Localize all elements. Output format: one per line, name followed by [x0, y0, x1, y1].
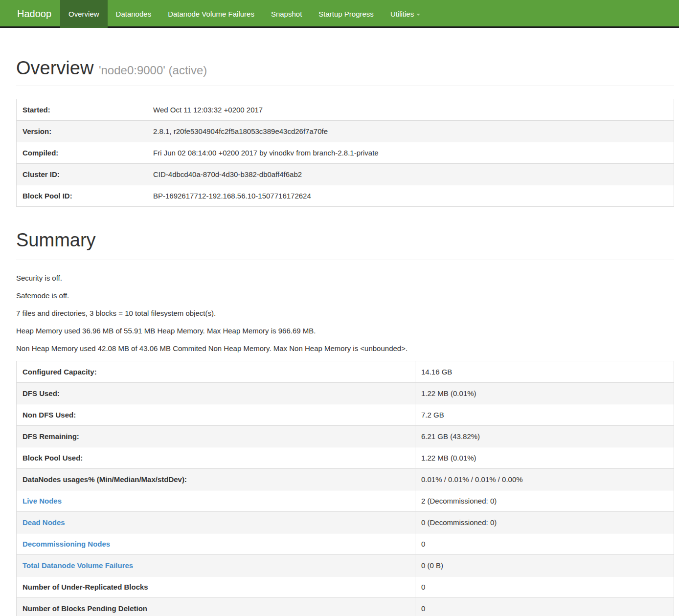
nav-item-label: Overview: [68, 10, 99, 18]
row-value: 6.21 GB (43.82%): [415, 425, 674, 447]
nav-item-label: Utilities: [390, 10, 414, 18]
summary-paragraph: Safemode is off.: [16, 290, 674, 301]
nav-item: Datanodes: [108, 0, 160, 26]
row-label[interactable]: Total Datanode Volume Failures: [17, 554, 415, 576]
nav-item-link[interactable]: Startup Progress: [310, 0, 382, 28]
row-value: 1.22 MB (0.01%): [415, 447, 674, 468]
overview-info-table: Started: Wed Oct 11 12:03:32 +0200 2017 …: [16, 99, 674, 207]
row-label: Block Pool Used:: [17, 447, 415, 468]
summary-status-text: Security is off. Safemode is off. 7 file…: [16, 273, 674, 353]
row-label: Compiled:: [17, 142, 147, 163]
row-value: Wed Oct 11 12:03:32 +0200 2017: [147, 99, 674, 120]
row-value: 0: [415, 597, 674, 616]
row-label: DataNodes usages% (Min/Median/Max/stdDev…: [17, 468, 415, 490]
row-value: 2.8.1, r20fe5304904fc2f5a18053c389e43cd2…: [147, 120, 674, 142]
row-value: 7.2 GB: [415, 404, 674, 425]
table-row: DataNodes usages% (Min/Median/Max/stdDev…: [17, 468, 674, 490]
summary-paragraph: Security is off.: [16, 273, 674, 283]
table-row: Number of Blocks Pending Deletion 0: [17, 597, 674, 616]
row-label: Version:: [17, 120, 147, 142]
top-navbar: Hadoop Overview Datanodes Datanode Volum…: [0, 0, 679, 28]
nav-item-label: Datanode Volume Failures: [168, 10, 254, 18]
row-label: Number of Under-Replicated Blocks: [17, 576, 415, 597]
nav-item-label: Startup Progress: [318, 10, 374, 18]
row-label: Configured Capacity:: [17, 361, 415, 382]
nav-item-link[interactable]: Snapshot: [263, 0, 310, 28]
row-value: 0 (Decommissioned: 0): [415, 511, 674, 533]
hadoop-brand-link[interactable]: Hadoop: [0, 0, 60, 26]
table-row: Live Nodes 2 (Decommissioned: 0): [17, 490, 674, 511]
table-row: Non DFS Used: 7.2 GB: [17, 404, 674, 425]
nav-item: Startup Progress: [310, 0, 382, 26]
navbar-menu: Overview Datanodes Datanode Volume Failu…: [60, 0, 429, 26]
nav-item: Snapshot: [263, 0, 310, 26]
row-label[interactable]: Decommissioning Nodes: [17, 533, 415, 554]
nav-item-link[interactable]: Datanode Volume Failures: [159, 0, 263, 28]
summary-paragraph: Heap Memory used 36.96 MB of 55.91 MB He…: [16, 326, 674, 336]
nav-item: Overview: [60, 0, 108, 26]
table-row: Number of Under-Replicated Blocks 0: [17, 576, 674, 597]
row-label: DFS Used:: [17, 382, 415, 404]
table-row: Started: Wed Oct 11 12:03:32 +0200 2017: [17, 99, 674, 120]
row-label: Started:: [17, 99, 147, 120]
summary-paragraph: 7 files and directories, 3 blocks = 10 t…: [16, 308, 674, 318]
row-value: 0 (0 B): [415, 554, 674, 576]
table-row: Block Pool ID: BP-1692617712-192.168.56.…: [17, 185, 674, 206]
summary-title: Summary: [16, 230, 674, 251]
nav-item-link[interactable]: Utilities: [382, 0, 429, 28]
summary-header: Summary: [16, 230, 674, 260]
chevron-down-icon: [416, 14, 420, 16]
row-label[interactable]: Live Nodes: [17, 490, 415, 511]
row-label[interactable]: Dead Nodes: [17, 511, 415, 533]
nav-item: Datanode Volume Failures: [159, 0, 263, 26]
row-value: CID-4dbcd40a-870d-4d30-b382-db0aff4f6ab2: [147, 163, 674, 185]
table-row: Version: 2.8.1, r20fe5304904fc2f5a18053c…: [17, 120, 674, 142]
row-value: 2 (Decommissioned: 0): [415, 490, 674, 511]
row-value: 0: [415, 576, 674, 597]
row-label: Number of Blocks Pending Deletion: [17, 597, 415, 616]
namenode-address-subtitle: 'node0:9000' (active): [99, 64, 207, 77]
table-row: Cluster ID: CID-4dbcd40a-870d-4d30-b382-…: [17, 163, 674, 185]
row-label: DFS Remaining:: [17, 425, 415, 447]
table-row: DFS Remaining: 6.21 GB (43.82%): [17, 425, 674, 447]
table-row: DFS Used: 1.22 MB (0.01%): [17, 382, 674, 404]
summary-metrics-table-body: Configured Capacity: 14.16 GB DFS Used: …: [17, 361, 674, 616]
nav-item-link[interactable]: Overview: [60, 0, 108, 28]
row-value: 0.01% / 0.01% / 0.01% / 0.00%: [415, 468, 674, 490]
nav-item-label: Snapshot: [271, 10, 302, 18]
overview-header: Overview 'node0:9000' (active): [16, 58, 674, 86]
nav-item-label: Datanodes: [116, 10, 152, 18]
nav-item-link[interactable]: Datanodes: [108, 0, 160, 28]
table-row: Compiled: Fri Jun 02 08:14:00 +0200 2017…: [17, 142, 674, 163]
row-value: 14.16 GB: [415, 361, 674, 382]
row-value: 1.22 MB (0.01%): [415, 382, 674, 404]
row-value: BP-1692617712-192.168.56.10-150771617262…: [147, 185, 674, 206]
row-label: Cluster ID:: [17, 163, 147, 185]
summary-metrics-table: Configured Capacity: 14.16 GB DFS Used: …: [16, 361, 674, 616]
table-row: Dead Nodes 0 (Decommissioned: 0): [17, 511, 674, 533]
row-value: 0: [415, 533, 674, 554]
summary-paragraph: Non Heap Memory used 42.08 MB of 43.06 M…: [16, 343, 674, 353]
table-row: Block Pool Used: 1.22 MB (0.01%): [17, 447, 674, 468]
table-row: Decommissioning Nodes 0: [17, 533, 674, 554]
table-row: Total Datanode Volume Failures 0 (0 B): [17, 554, 674, 576]
row-value: Fri Jun 02 08:14:00 +0200 2017 by vinodk…: [147, 142, 674, 163]
nav-item: Utilities: [382, 0, 429, 26]
page-title-text: Overview: [16, 58, 93, 78]
table-row: Configured Capacity: 14.16 GB: [17, 361, 674, 382]
page-title: Overview 'node0:9000' (active): [16, 58, 674, 79]
row-label: Non DFS Used:: [17, 404, 415, 425]
row-label: Block Pool ID:: [17, 185, 147, 206]
overview-info-table-body: Started: Wed Oct 11 12:03:32 +0200 2017 …: [17, 99, 674, 206]
page-content: Overview 'node0:9000' (active) Started: …: [16, 58, 674, 616]
